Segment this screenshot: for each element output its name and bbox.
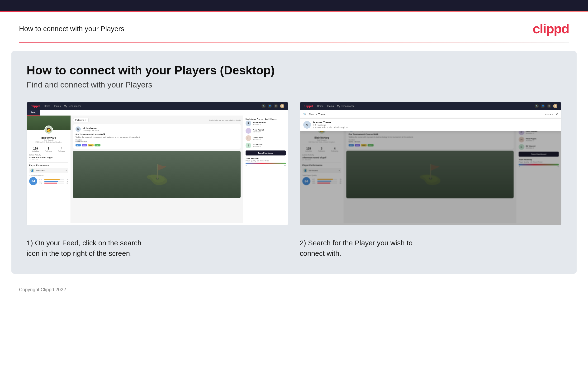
heatmap-bar-1: [246, 163, 286, 164]
tpq-bars-1: OTT 79 APP 70 ARG: [39, 179, 68, 184]
header-divider: [19, 42, 569, 43]
gear-icon-nav-2[interactable]: ⚙: [547, 104, 551, 108]
screenshot-1: clippd Home Teams My Performance 🔍 👤 ⚙ B…: [26, 102, 288, 225]
section-subtitle: Find and connect with your Players: [26, 80, 562, 89]
tag-app-1: APP: [82, 144, 87, 147]
search-icon-nav-2[interactable]: 🔍: [535, 104, 539, 108]
act-duration-label-1: Duration: [76, 139, 238, 141]
search-icon-nav-1[interactable]: 🔍: [262, 104, 266, 108]
nav-logo-1: clippd: [31, 104, 40, 108]
app-nav-2: clippd Home Teams My Performance 🔍 👤 ⚙ B: [300, 102, 561, 110]
result-handicap-2: 1-5 Handicap: [313, 124, 348, 126]
captions-row: 1) On your Feed, click on the search ico…: [26, 235, 562, 258]
player-item-richard-1: R Richard Butler Activities: 7: [246, 120, 286, 126]
profile-club-1: Mill Ride Golf Club, United Kingdom: [29, 141, 68, 143]
followers-stat-1: 3: [45, 147, 52, 150]
profile-title-1: Golf Coach: [29, 139, 68, 141]
gear-icon-nav-1[interactable]: ⚙: [274, 104, 278, 108]
result-avatar-2: M: [303, 121, 311, 129]
user-icon-nav-1[interactable]: 👤: [268, 104, 272, 108]
nav-logo-2: clippd: [304, 104, 313, 108]
app-body-1: 🧑 Blair McHarg Golf Coach Mill Ride Golf…: [27, 116, 288, 223]
close-icon-2[interactable]: ×: [556, 112, 558, 117]
copyright-text: Copyright Clippd 2022: [19, 287, 66, 292]
tag-arg-1: ARG: [88, 144, 93, 147]
control-link-1[interactable]: Control who can see your activity and da…: [209, 119, 241, 121]
profile-name-1: Blair McHarg: [29, 137, 68, 139]
avatar-nav-1[interactable]: B: [280, 104, 284, 108]
following-btn-1[interactable]: Following ▾: [73, 118, 88, 122]
top-bar: [0, 0, 588, 12]
act-duration-1: 02 hr : 00 min: [76, 141, 238, 143]
page-footer: Copyright Clippd 2022: [0, 282, 588, 297]
tag-ott-1: OTT: [76, 144, 81, 147]
player-select-1[interactable]: 👤 Eli Vincent ▼: [29, 168, 68, 173]
player-acts-eli-1: Activities: 1: [253, 146, 263, 147]
tpq-label-1: Total Player Quality: [29, 175, 68, 176]
screenshot-2: clippd Home Teams My Performance 🔍 👤 ⚙ B…: [300, 102, 562, 225]
profile-bg-1: 🧑: [27, 116, 70, 130]
most-active-title-1: Most Active Players - Last 30 days: [246, 118, 286, 120]
nav-teams-2[interactable]: Teams: [327, 105, 334, 107]
avatar-nav-2[interactable]: B: [553, 104, 557, 108]
activity-date-1: 27 Jul 2022: [29, 159, 68, 160]
player-name-hiral-1: Hiral Pujara: [253, 136, 263, 138]
caption-text-1: 1) On your Feed, click on the search ico…: [26, 238, 288, 258]
nav-myperformance-1[interactable]: My Performance: [64, 105, 262, 107]
tag-putt-1: PUTT: [95, 144, 101, 147]
act-title-1: Pre Tournament Course Walk: [76, 133, 238, 136]
search-results-2: M Marcus Turner 1-5 Handicap Cypress Poi…: [300, 119, 561, 131]
feed-middle-1: Following ▾ Control who can see your act…: [71, 116, 243, 223]
player-name-eli-1: Eli Vincent: [253, 144, 263, 146]
search-input-text-2[interactable]: Marcus Turner: [309, 113, 543, 116]
profile-avatar-1: 🧑: [44, 126, 53, 134]
page-title: How to connect with your Players: [19, 25, 124, 33]
result-club-2: Cypress Point Club, United Kingdom: [313, 126, 348, 129]
player-item-hiral-1: H Hiral Pujara Activities: 3: [246, 135, 286, 141]
chevron-down-following-icon: ▾: [85, 119, 87, 121]
main-content: How to connect with your Players (Deskto…: [11, 51, 577, 274]
nav-home-1[interactable]: Home: [44, 105, 50, 107]
player-item-piers-1: P Piers Parnell Activities: 4: [246, 128, 286, 134]
nav-home-2[interactable]: Home: [317, 105, 324, 107]
photo-area-1: ⛳: [73, 151, 241, 198]
team-dashboard-btn-1[interactable]: Team Dashboard: [246, 150, 286, 156]
screenshots-row: clippd Home Teams My Performance 🔍 👤 ⚙ B…: [26, 102, 562, 225]
team-heatmap-title-1: Team Heatmap: [246, 157, 286, 159]
player-acts-piers-1: Activities: 4: [253, 131, 264, 133]
app-nav-1: clippd Home Teams My Performance 🔍 👤 ⚙ B: [27, 102, 288, 110]
caption-1: 1) On your Feed, click on the search ico…: [26, 235, 288, 258]
tpq-score-1: 84: [29, 177, 37, 185]
player-acts-hiral-1: Activities: 3: [253, 138, 263, 140]
right-panel-1: Most Active Players - Last 30 days R Ric…: [243, 116, 288, 223]
act-name-1: Richard Butler: [83, 127, 99, 129]
team-heatmap-sub-1: Player Quality · 20 Round Trend: [246, 160, 286, 162]
result-name-2: Marcus Turner: [313, 121, 348, 124]
stats-row-1: 129 Activities 3 Followers 4 Following: [29, 145, 68, 152]
nav-teams-1[interactable]: Teams: [54, 105, 61, 107]
following-stat-1: 4: [58, 147, 65, 150]
search-icon-bar-2: 🔍: [303, 113, 307, 116]
act-desc-1: Walking the course with my coach to buil…: [76, 136, 238, 138]
feed-tab-1[interactable]: Feed: [27, 110, 40, 116]
player-perf-label-1: Player Performance: [29, 162, 68, 166]
logo: clippd: [533, 21, 569, 36]
activities-stat-1: 129: [32, 147, 39, 150]
activity-card-1: R Richard Butler Yesterday · The Grove P…: [73, 124, 241, 149]
section-title: How to connect with your Players (Deskto…: [26, 64, 562, 77]
player-name-piers-1: Piers Parnell: [253, 129, 264, 131]
clear-button-2[interactable]: CLEAR: [545, 113, 553, 116]
search-bar-2: 🔍 Marcus Turner CLEAR ×: [300, 110, 561, 119]
followers-label-1: Followers: [45, 150, 52, 152]
left-panel-1: 🧑 Blair McHarg Golf Coach Mill Ride Golf…: [27, 116, 71, 223]
act-meta-1: Yesterday · The Grove: [83, 129, 99, 131]
act-tags-1: OTT APP ARG PUTT: [76, 144, 238, 147]
player-select-name-1: Eli Vincent: [36, 169, 64, 172]
player-name-richard-1: Richard Butler: [253, 121, 266, 124]
following-label-1: Following: [58, 150, 65, 152]
nav-myperformance-2[interactable]: My Performance: [337, 105, 535, 107]
chevron-down-icon-1: ▼: [65, 170, 67, 171]
user-icon-nav-2[interactable]: 👤: [541, 104, 545, 108]
latest-activity-label-1: Latest Activity: [29, 154, 68, 156]
act-avatar-1: R: [76, 127, 81, 132]
